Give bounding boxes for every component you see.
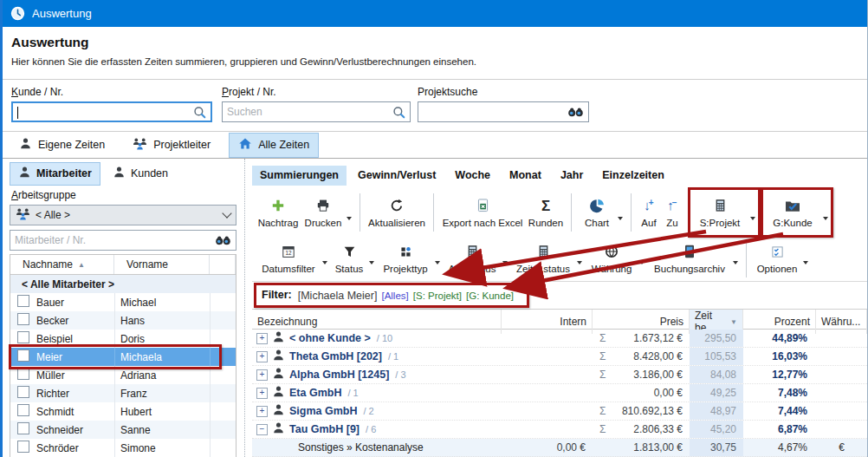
abr-modus-button[interactable]: Abr.modus: [443, 238, 510, 278]
main-tab-jahr[interactable]: Jahr: [553, 166, 591, 186]
währung-button[interactable]: Währung: [585, 238, 647, 278]
sort-asc-icon: ▲: [78, 261, 85, 269]
g-kunde-button[interactable]: G:Kunde: [763, 191, 831, 234]
expand-node-icon[interactable]: +: [256, 406, 268, 417]
calculator-icon: [537, 243, 550, 260]
panel-splitter[interactable]: [244, 159, 252, 457]
left-tab-mitarbeiter[interactable]: Mitarbeiter: [10, 162, 100, 186]
main-tab-gewinn-verlust[interactable]: Gewinn/Verlust: [350, 166, 444, 186]
scope-tab-projektleiter[interactable]: Projektleiter: [123, 133, 220, 158]
scope-tab-eigene-zeiten[interactable]: Eigene Zeiten: [10, 133, 114, 158]
row-checkbox[interactable]: [17, 349, 29, 362]
dropdown-arrow-icon[interactable]: [618, 217, 623, 220]
expand-node-icon[interactable]: +: [256, 351, 268, 362]
window-titlebar[interactable]: Auswertung: [3, 0, 867, 27]
optionen-button[interactable]: Optionen: [752, 238, 811, 278]
dropdown-arrow-icon[interactable]: [823, 217, 828, 220]
row-checkbox[interactable]: [17, 313, 29, 325]
table-row-eta-gmbh[interactable]: +Eta GmbH/ 10,00 €49,257,48%: [252, 384, 867, 402]
projekt-field[interactable]: [223, 106, 392, 118]
list-item-schneider[interactable]: SchneiderSanne: [10, 421, 236, 439]
buchungsarchiv-button[interactable]: Buchungsarchiv: [647, 238, 741, 278]
row-checkbox[interactable]: [17, 386, 29, 398]
dropdown-arrow-icon[interactable]: [639, 261, 645, 264]
row-checkbox[interactable]: [17, 368, 29, 380]
table-row-sonstiges-kostenanalyse[interactable]: Sonstiges » Kostenanalyse0,00 €1.813,00 …: [252, 439, 867, 457]
list-item-schröder[interactable]: SchröderSimone: [10, 439, 236, 457]
table-row-tau-gmbh-9[interactable]: −Tau GmbH [9]/ 6Σ2.806,33 €45,206,87%: [252, 421, 867, 439]
drucken-button[interactable]: Drucken: [301, 191, 354, 234]
list-item-schmidt[interactable]: SchmidtHubert: [10, 402, 236, 421]
datumsfilter-button[interactable]: 12Datumsfilter: [256, 238, 330, 278]
main-tab-einzelzeiten[interactable]: Einzelzeiten: [594, 166, 672, 186]
person-icon: [272, 330, 285, 346]
column-header-nachname[interactable]: Nachname▲: [10, 255, 114, 274]
row-checkbox[interactable]: [17, 404, 29, 416]
toolbar-separator: [631, 193, 632, 232]
row-checkbox[interactable]: [17, 331, 29, 343]
clock-icon: [10, 5, 25, 23]
row-checkbox[interactable]: [17, 295, 29, 307]
status-button[interactable]: Status: [330, 238, 377, 278]
expand-node-icon[interactable]: +: [256, 333, 268, 344]
main-tab-summierungen[interactable]: Summierungen: [252, 166, 347, 186]
main-tab-monat[interactable]: Monat: [502, 166, 549, 186]
s-projekt-button[interactable]: S:Projekt: [690, 191, 758, 234]
table-row-sigma-gmbh[interactable]: +Sigma GmbH/ 2Σ810.692,13 €48,977,44%: [252, 402, 867, 421]
dropdown-arrow-icon[interactable]: [502, 261, 508, 264]
chart-button[interactable]: Chart: [577, 191, 625, 234]
list-item-becker[interactable]: BeckerHans: [10, 311, 236, 330]
toolbar-separator: [746, 239, 747, 277]
list-item-richter[interactable]: RichterFranz: [10, 384, 236, 402]
nachtrag-button[interactable]: Nachtrag: [256, 191, 301, 234]
projektsuche-field[interactable]: [418, 106, 567, 118]
column-header-vorname[interactable]: Vorname: [114, 255, 210, 274]
expand-node-icon[interactable]: +: [256, 388, 268, 399]
left-tab-kunden[interactable]: Kunden: [104, 162, 177, 186]
expand-node-icon[interactable]: +: [256, 369, 268, 381]
binoculars-icon: [567, 107, 584, 117]
export-nach-excel-button[interactable]: Export nach Excel: [439, 191, 526, 234]
dropdown-arrow-icon[interactable]: [435, 261, 440, 264]
magnifier-icon: [392, 106, 405, 119]
arbeitsgruppe-select[interactable]: < Alle >: [10, 205, 236, 225]
auf-button[interactable]: ↓+Auf: [637, 191, 661, 234]
dropdown-arrow-icon[interactable]: [322, 261, 327, 264]
filter-part: [Alles]: [381, 291, 408, 301]
list-item-beispiel[interactable]: BeispielDoris: [10, 330, 236, 348]
collapse-node-icon[interactable]: −: [256, 424, 268, 435]
kunde-input[interactable]: [11, 101, 212, 122]
mitarbeiter-search-input[interactable]: [10, 230, 236, 251]
projektsuche-input[interactable]: [418, 101, 589, 122]
scope-tab-alle-zeiten[interactable]: Alle Zeiten: [229, 133, 319, 158]
main-tab-woche[interactable]: Woche: [447, 166, 498, 186]
zeitst-status-button[interactable]: Zeitst.status: [510, 238, 585, 278]
row-checkbox[interactable]: [17, 422, 29, 434]
mitarbeiter-search-field[interactable]: [10, 234, 215, 246]
table-row-theta-gmbh-202[interactable]: +Theta GmbH [202]/ 1Σ8.428,00 €105,5316,…: [252, 348, 867, 366]
left-panel: MitarbeiterKunden Arbeitsgruppe < Alle >…: [3, 159, 243, 457]
dropdown-arrow-icon[interactable]: [733, 261, 738, 264]
dropdown-arrow-icon[interactable]: [347, 217, 352, 220]
excel-icon: [476, 197, 489, 214]
projekt-input[interactable]: [222, 101, 411, 122]
toolbar-separator: [571, 193, 572, 232]
projekttyp-button[interactable]: Projekttyp: [377, 238, 443, 278]
dropdown-arrow-icon[interactable]: [577, 261, 582, 264]
list-item-müller[interactable]: MüllerAdriana: [10, 366, 236, 384]
dropdown-arrow-icon[interactable]: [803, 261, 808, 264]
mitarbeiter-list: Nachname▲Vorname< Alle Mitarbeiter >Baue…: [10, 254, 236, 457]
row-checkbox[interactable]: [17, 441, 29, 453]
aktualisieren-button[interactable]: Aktualisieren: [366, 191, 428, 234]
dropdown-arrow-icon[interactable]: [369, 261, 374, 264]
kunde-field[interactable]: [13, 106, 193, 118]
zu-button[interactable]: ↑−Zu: [661, 191, 683, 234]
list-item-bauer[interactable]: BauerMichael: [10, 293, 236, 311]
table-row-ohne-kunde[interactable]: +< ohne Kunde >/ 10Σ1.673,12 €295,5044,8…: [252, 330, 867, 348]
table-row-alpha-gmbh-1245[interactable]: +Alpha GmbH [1245]/ 3Σ3.186,00 €84,0812,…: [252, 366, 867, 384]
list-item-alle-mitarbeiter[interactable]: < Alle Mitarbeiter >: [10, 275, 236, 293]
runden-button[interactable]: ΣRunden: [526, 191, 566, 234]
list-item-meier[interactable]: MeierMichaela: [10, 348, 236, 366]
dropdown-arrow-icon[interactable]: [750, 217, 755, 220]
page-header: Auswertung Hier können Sie die erfassten…: [3, 27, 867, 80]
